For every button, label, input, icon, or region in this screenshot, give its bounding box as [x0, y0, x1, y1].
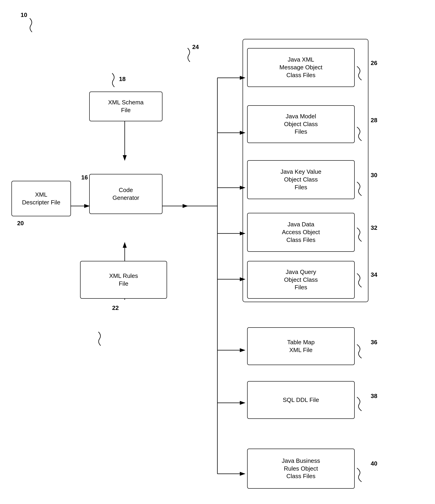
- java-business-rules-box: Java BusinessRules ObjectClass Files: [247, 449, 355, 489]
- table-map-xml-label: Table MapXML File: [287, 339, 315, 354]
- ref-24: 24: [192, 44, 199, 51]
- ref-34: 34: [371, 271, 377, 278]
- java-model-box: Java ModelObject ClassFiles: [247, 105, 355, 143]
- code-generator-box: CodeGenerator: [89, 174, 162, 214]
- diagram-ref-10: 10: [21, 11, 27, 18]
- java-key-value-label: Java Key ValueObject ClassFiles: [281, 168, 321, 191]
- ref-36: 36: [371, 339, 377, 346]
- ref-22: 22: [112, 304, 119, 312]
- ref-28: 28: [371, 117, 377, 124]
- java-xml-message-label: Java XMLMessage ObjectClass Files: [279, 56, 322, 79]
- java-query-box: Java QueryObject ClassFiles: [247, 261, 355, 299]
- sql-ddl-file-box: SQL DDL File: [247, 381, 355, 419]
- java-model-label: Java ModelObject ClassFiles: [284, 113, 318, 136]
- ref-38: 38: [371, 393, 377, 400]
- ref-20: 20: [17, 220, 24, 227]
- xml-rules-file-label: XML RulesFile: [109, 272, 138, 288]
- sql-ddl-file-label: SQL DDL File: [283, 396, 319, 404]
- ref-30: 30: [371, 172, 377, 179]
- ref-40: 40: [371, 460, 377, 467]
- xml-schema-file-box: XML SchemaFile: [89, 91, 162, 121]
- java-key-value-box: Java Key ValueObject ClassFiles: [247, 160, 355, 199]
- ref-16: 16: [81, 174, 88, 181]
- xml-schema-file-label: XML SchemaFile: [108, 99, 143, 114]
- java-query-label: Java QueryObject ClassFiles: [284, 268, 318, 291]
- diagram-svg: [0, 0, 435, 504]
- ref-26: 26: [371, 60, 377, 67]
- xml-rules-file-box: XML RulesFile: [80, 261, 167, 299]
- java-data-access-box: Java DataAccess ObjectClass Files: [247, 213, 355, 252]
- diagram: 10 XML SchemaFile 18 XMLDescripter File …: [0, 0, 435, 504]
- ref-32: 32: [371, 224, 377, 231]
- code-generator-label: CodeGenerator: [112, 186, 139, 202]
- java-data-access-label: Java DataAccess ObjectClass Files: [282, 221, 320, 244]
- table-map-xml-box: Table MapXML File: [247, 327, 355, 365]
- xml-describer-file-label: XMLDescripter File: [22, 191, 60, 207]
- xml-describer-file-box: XMLDescripter File: [11, 181, 71, 216]
- ref-18: 18: [119, 76, 126, 83]
- java-business-rules-label: Java BusinessRules ObjectClass Files: [282, 457, 320, 480]
- java-xml-message-box: Java XMLMessage ObjectClass Files: [247, 48, 355, 87]
